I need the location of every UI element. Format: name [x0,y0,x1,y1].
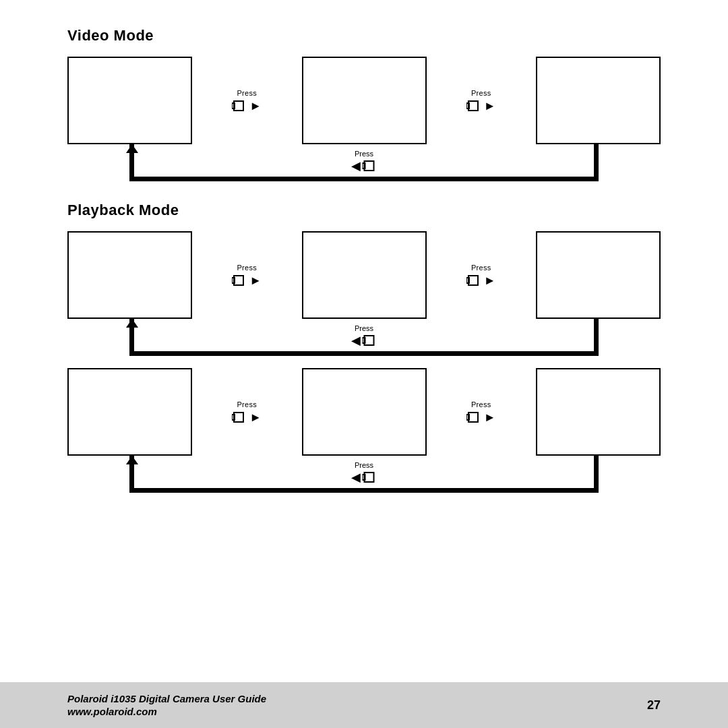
pb2-cam-icon-2 [466,411,481,423]
pb2-loop-btn: ◀ [351,471,377,483]
pb2-press-label-1: Press [237,400,257,408]
playback-screens-row-1: Press ► Press [67,231,661,319]
video-screen-2 [302,57,427,144]
pb1-loop-arrow-up [126,319,138,328]
footer: Polaroid i1035 Digital Camera User Guide… [0,682,728,728]
video-mode-title: Video Mode [67,27,661,44]
pb2-loop-arrow-up [126,456,138,464]
video-btn-arrow-1: ► [232,100,262,112]
footer-left: Polaroid i1035 Digital Camera User Guide… [67,693,266,717]
video-loop-center: Press ◀ [351,150,377,172]
pb2-btn-arrow-1: ► [232,411,262,423]
playback-mode-section: Playback Mode Press [67,202,661,493]
svg-rect-12 [234,413,243,422]
pb1-cam-icon-1 [232,274,247,286]
playback-screen-2-1 [67,368,192,456]
playback-diagram-2: Press ► Press [67,368,661,493]
pb2-loop-bottom [129,488,599,493]
video-loop-right [594,144,599,181]
pb1-press-label-1: Press [237,264,257,272]
pb1-loop-cam [363,334,377,346]
playback-row-2: Press ► Press [67,368,661,493]
pb1-btn-arrow-1: ► [232,274,262,286]
footer-page-number: 27 [647,698,661,712]
svg-rect-16 [365,473,374,482]
pb1-loop-bottom [129,351,599,356]
playback-arrow-1-1: Press ► [213,264,280,286]
video-btn-arrow-2: ► [466,100,496,112]
video-loop-bottom [129,177,599,181]
video-loop-press-label: Press [355,150,373,158]
arrow-right-1: ► [249,100,262,112]
pb2-loop-center: Press ◀ [351,461,377,483]
cam-btn-icon-2 [466,100,481,112]
pb1-arrow-r-1: ► [249,274,262,286]
video-loop-arrow-up [126,144,138,153]
video-screen-3 [536,57,661,144]
pb1-loop-press: Press [355,324,373,332]
pb1-loop-center: Press ◀ [351,324,377,346]
playback-row-1: Press ► Press [67,231,661,356]
video-press-label-2: Press [471,89,491,97]
pb1-loop-btn: ◀ [351,334,377,346]
playback-arrow-1-2: Press ► [448,264,515,286]
playback-screen-1-1 [67,231,192,319]
pb2-arrow-r-1: ► [249,411,262,423]
video-press-label-1: Press [237,89,257,97]
svg-rect-4 [365,161,374,171]
video-screen-1 [67,57,192,144]
playback-arrow-2-2: Press ► [448,400,515,423]
footer-url: www.polaroid.com [67,706,266,717]
svg-rect-14 [468,413,478,422]
video-arrow-2: Press ► [448,89,515,112]
pb2-loop-arrow-l: ◀ [351,471,361,483]
svg-rect-0 [234,101,243,111]
playback-screen-1-3 [536,231,661,319]
pb1-btn-arrow-2: ► [466,274,496,286]
pb1-loop-arrow-l: ◀ [351,334,361,346]
svg-rect-8 [468,276,478,285]
cam-btn-icon-loop [363,160,377,172]
video-arrow-1: Press ► [213,89,280,112]
playback-screen-2-3 [536,368,661,456]
svg-rect-10 [365,336,374,345]
cam-btn-icon-1 [232,100,247,112]
pb2-loop-right [594,456,599,493]
pb1-press-label-2: Press [471,264,491,272]
playback-screen-1-2 [302,231,427,319]
pb2-loop-press: Press [355,461,373,469]
playback-diagram-1: Press ► Press [67,231,661,356]
pb2-btn-arrow-2: ► [466,411,496,423]
arrow-right-2: ► [484,100,496,112]
footer-brand: Polaroid i1035 Digital Camera User Guide [67,693,266,704]
playback-screen-2-2 [302,368,427,456]
video-loop-arrow-left: ◀ [351,160,361,172]
video-loop-btn: ◀ [351,160,377,172]
pb2-press-label-2: Press [471,400,491,408]
playback-loop-2: Press ◀ [67,456,661,493]
page-content: Video Mode Press ► [0,0,728,493]
video-bottom-loop: Press ◀ [67,144,661,181]
playback-arrow-2-1: Press ► [213,400,280,423]
pb2-cam-icon-1 [232,411,247,423]
playback-loop-1: Press ◀ [67,319,661,356]
svg-rect-2 [468,101,478,111]
video-mode-section: Video Mode Press ► [67,27,661,181]
svg-rect-6 [234,276,243,285]
video-screens-row: Press ► Press [67,57,661,144]
playback-mode-title: Playback Mode [67,202,661,219]
pb2-loop-cam [363,471,377,483]
pb1-loop-right [594,319,599,356]
pb1-arrow-r-2: ► [484,274,496,286]
pb1-cam-icon-2 [466,274,481,286]
video-mode-diagram: Press ► Press [67,57,661,181]
playback-screens-row-2: Press ► Press [67,368,661,456]
pb2-arrow-r-2: ► [484,411,496,423]
